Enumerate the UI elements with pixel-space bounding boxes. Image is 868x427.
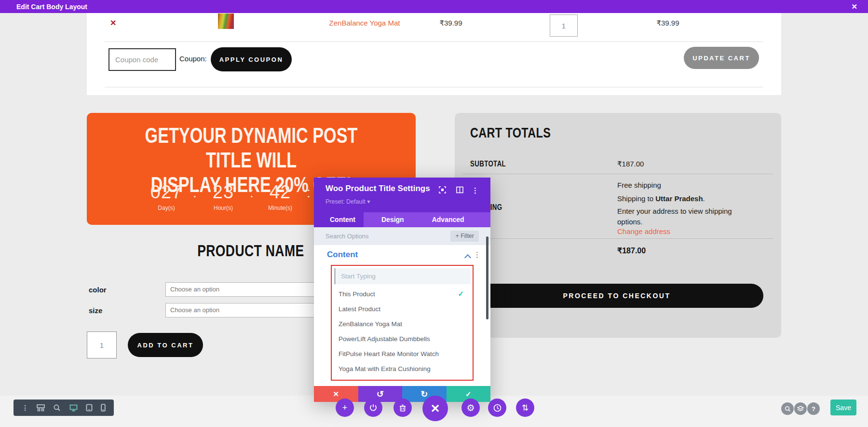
table-divider [105,41,763,42]
countdown-days: 027 [145,182,188,203]
toolbar-menu-dots-icon[interactable]: ⋮ [22,404,28,412]
search-options-row: + Filter [314,227,490,245]
quantity-input[interactable] [550,15,577,36]
add-module-button[interactable]: + [336,399,354,417]
attribute-label-color: color [89,286,107,294]
dropdown-option[interactable]: Latest Product [339,305,380,313]
phone-view-icon[interactable] [101,404,106,412]
discard-button[interactable]: ✕ [314,386,358,402]
history-clock-icon[interactable] [488,399,506,417]
coupon-code-input[interactable] [108,48,176,71]
remove-item-icon[interactable]: ✕ [110,18,116,28]
countdown-minutes: 42 [258,182,302,203]
modal-menu-dots-icon[interactable]: ⋮ [472,186,479,195]
countdown-minutes-label: Minute(s) [258,205,302,211]
form-quantity-wrap [87,331,117,358]
responsive-zoom-icon[interactable] [781,402,794,415]
dropdown-option[interactable]: PowerLift Adjustable Dumbbells [339,335,430,343]
selected-check-icon: ✓ [458,289,464,298]
countdown-separator: : [245,184,258,201]
attribute-label-size: size [89,306,102,315]
subtotal-label: SUBTOTAL [470,159,516,169]
zoom-view-icon[interactable] [53,404,61,412]
content-section-title[interactable]: Content [327,250,358,260]
quantity-field-wrap [550,14,578,37]
totals-divider [463,174,773,174]
page-settings-gear-icon[interactable]: ⚙ [461,399,480,417]
line-subtotal: ₹39.99 [641,19,694,28]
trash-icon[interactable] [393,399,412,417]
tablet-view-icon[interactable] [86,404,93,412]
dropdown-option[interactable]: Yoga Mat with Extra Cushioning [339,365,431,372]
subtotal-value: ₹187.00 [617,160,644,168]
cart-totals-title: CART TOTALS [470,124,573,141]
layers-icon[interactable] [794,402,807,415]
product-name-link[interactable]: ZenBalance Yoga Mat [313,19,416,27]
split-view-icon[interactable] [456,186,463,193]
totals-divider [463,238,773,239]
change-address-link[interactable]: Change address [617,227,670,235]
tab-design[interactable]: Design [364,212,404,227]
dropdown-option[interactable]: FitPulse Heart Rate Monitor Watch [339,350,439,358]
builder-top-bar: Edit Cart Body Layout ✕ [0,0,868,13]
save-button[interactable]: Save [830,399,856,415]
preset-selector[interactable]: Preset: Default ▾ [326,198,370,205]
tab-advanced[interactable]: Advanced [404,212,464,227]
modal-tabs: Content Design Advanced [314,212,490,227]
apply-coupon-button[interactable]: APPLY COUPON [211,47,292,71]
close-builder-icon[interactable]: ✕ [851,0,857,13]
coupon-label: Coupon: [179,55,207,63]
update-cart-button[interactable]: UPDATE CART [684,47,759,69]
modal-scrollbar[interactable] [486,236,488,319]
section-menu-dots-icon[interactable]: ⋮ [474,250,481,259]
shipping-destination: Shipping to Uttar Pradesh. [617,194,705,203]
undo-icon[interactable]: ↺ [358,386,403,402]
search-options-input[interactable] [326,227,427,245]
collapse-section-chevron-icon[interactable] [465,254,470,259]
dropdown-option[interactable]: ZenBalance Yoga Mat [339,320,402,328]
desktop-view-icon[interactable] [69,404,78,412]
countdown-separator: : [188,184,202,201]
close-actions-button[interactable]: ✕ [422,396,448,421]
proceed-to-checkout-button[interactable]: PROCEED TO CHECKOUT [470,284,763,308]
modal-title: Woo Product Title Settings [326,184,430,193]
help-icon[interactable]: ? [807,402,820,415]
countdown-hours: 23 [202,182,245,203]
product-thumbnail[interactable] [218,14,234,29]
dropdown-option[interactable]: This Product [339,290,375,298]
wireframe-view-icon[interactable] [37,404,45,412]
add-to-cart-button[interactable]: ADD TO CART [128,333,203,357]
modal-header[interactable]: Woo Product Title Settings Preset: Defau… [314,178,490,212]
swap-view-icon[interactable]: ⇅ [516,399,534,417]
product-price: ₹39.99 [424,19,477,28]
shipping-method: Free shipping [617,181,661,189]
page-title: Edit Cart Body Layout [16,3,87,11]
tab-content[interactable]: Content [314,212,364,227]
countdown-hours-label: Hour(s) [202,205,245,211]
woo-product-title-settings-modal: Woo Product Title Settings Preset: Defau… [314,178,490,402]
portability-icon[interactable] [364,399,382,417]
dropdown-search-input[interactable] [335,268,471,284]
filter-button[interactable]: + Filter [450,231,479,242]
countdown-days-label: Day(s) [145,205,188,211]
expand-modal-icon[interactable] [439,186,446,193]
form-quantity-input[interactable] [87,332,116,358]
table-divider-bottom [105,87,763,87]
product-dropdown-highlight: This Product ✓ Latest Product ZenBalance… [331,265,474,381]
countdown-separator: : [302,184,315,201]
shipping-note: Enter your address to view shipping opti… [617,206,744,227]
order-total-value: ₹187.00 [617,246,646,255]
view-mode-toolbar: ⋮ [14,399,114,416]
